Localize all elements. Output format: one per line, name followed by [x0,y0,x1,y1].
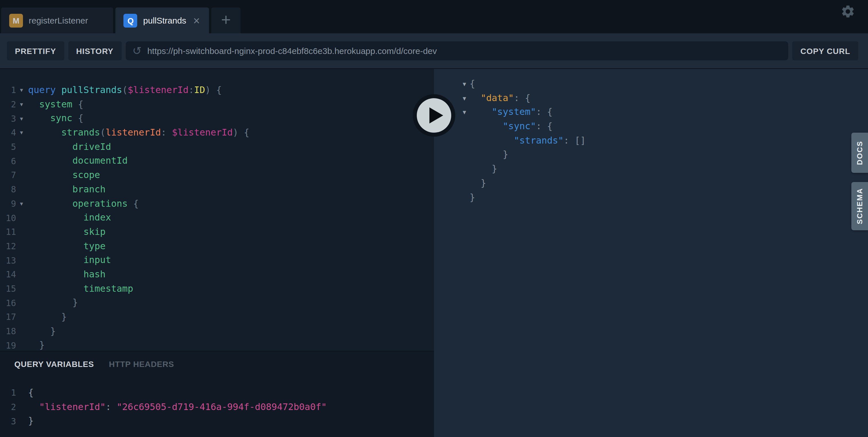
code-line: ▼ "data": { [462,91,868,105]
left-pane: 1▼query pullStrands($listenerId:ID) {2▼ … [0,69,434,437]
code-line: 11 skip [0,225,434,239]
variables-panel-tabs: QUERY VARIABLES HTTP HEADERS [0,351,434,379]
code-line: 4▼ strands(listenerId: $listenerId) { [0,126,434,140]
line-number: 11 [0,227,16,237]
line-number: 8 [0,184,16,195]
tabs: M registerListener Q pullStrands × + [1,7,243,33]
code-line: 1{ [0,386,434,400]
variables-panel: QUERY VARIABLES HTTP HEADERS 1{2 "listen… [0,351,434,437]
tab-bar: M registerListener Q pullStrands × + [0,0,868,33]
tab-pullstrands[interactable]: Q pullStrands × [116,7,209,33]
line-number: 16 [0,298,16,308]
code-line: } [462,162,868,176]
play-button-circle [417,98,451,133]
code-line: "sync": { [462,120,868,133]
line-number: 19 [0,340,16,350]
code-line: 17 } [0,310,434,324]
line-number: 6 [0,156,16,166]
line-number: 2 [0,99,16,110]
schema-tab[interactable]: SCHEMA [851,182,868,230]
line-number: 13 [0,255,16,266]
line-number: 9 [0,199,16,209]
code-line: ▼{ [462,77,868,91]
code-line: 2 "listenerId": "26c69505-d719-416a-994f… [0,400,434,414]
code-line: 18 } [0,324,434,338]
line-number: 17 [0,312,16,322]
code-line: 8 branch [0,183,434,197]
tab-registerlistener[interactable]: M registerListener [1,7,113,33]
line-number: 1 [0,85,16,96]
mutation-badge-icon: M [9,13,23,27]
code-line: "strands": [] [462,134,868,148]
graphql-playground: M registerListener Q pullStrands × + PRE… [0,0,868,437]
line-number: 10 [0,213,16,223]
code-line: 10 index [0,211,434,225]
endpoint-url-input[interactable]: ↺ https://ph-switchboard-nginx-prod-c84e… [125,41,788,60]
refresh-icon[interactable]: ↺ [132,45,142,56]
code-line: 2▼ system { [0,97,434,112]
code-line: 19 } [0,339,434,351]
tab-http-headers[interactable]: HTTP HEADERS [109,360,174,369]
history-button[interactable]: HISTORY [68,41,121,60]
line-number: 1 [0,388,16,398]
code-line: 1▼query pullStrands($listenerId:ID) { [0,83,434,97]
variables-editor-code[interactable]: 1{2 "listenerId": "26c69505-d719-416a-99… [0,386,434,428]
tab-label: registerListener [29,15,88,25]
line-number: 14 [0,270,16,280]
line-number: 5 [0,142,16,152]
line-number: 2 [0,402,16,412]
fold-arrow-icon[interactable]: ▼ [462,81,470,87]
line-number: 7 [0,170,16,181]
copy-curl-button[interactable]: COPY CURL [793,41,858,60]
response-viewer-code: ▼{▼ "data": {▼ "system": { "sync": { "st… [434,69,868,205]
fold-arrow-icon[interactable]: ▼ [462,109,470,116]
docs-tab[interactable]: DOCS [851,133,868,173]
code-line: } [462,190,868,205]
new-tab-button[interactable]: + [211,7,241,33]
schema-tab-label: SCHEMA [856,188,864,224]
fold-arrow-icon[interactable]: ▼ [462,95,470,101]
code-line: 13 input [0,253,434,268]
tab-query-variables[interactable]: QUERY VARIABLES [14,360,94,369]
line-number: 4 [0,128,16,138]
code-line: 9▼ operations { [0,197,434,211]
tab-label: pullStrands [143,15,186,25]
query-editor-code: 1▼query pullStrands($listenerId:ID) {2▼ … [0,83,434,351]
code-line: 16 } [0,296,434,310]
code-line: 5 driveId [0,140,434,154]
code-line: } [462,176,868,190]
code-line: 14 hash [0,268,434,282]
workspace: 1▼query pullStrands($listenerId:ID) {2▼ … [0,69,868,437]
code-line: 7 scope [0,168,434,182]
code-line: 15 timestamp [0,282,434,296]
endpoint-url: https://ph-switchboard-nginx-prod-c84ebf… [147,46,437,56]
plus-icon: + [221,11,231,28]
code-line: 6 documentId [0,154,434,168]
query-badge-icon: Q [124,13,137,27]
line-number: 3 [0,416,16,426]
fold-arrow-icon[interactable]: ▼ [16,116,28,121]
code-line: 3▼ sync { [0,112,434,126]
fold-arrow-icon[interactable]: ▼ [16,102,28,107]
code-line: ▼ "system": { [462,105,868,120]
line-number: 3 [0,114,16,124]
play-icon [429,107,443,123]
fold-arrow-icon[interactable]: ▼ [16,201,28,207]
gear-icon[interactable] [840,4,856,19]
line-number: 18 [0,326,16,337]
code-line: 3} [0,414,434,428]
code-line: } [462,148,868,162]
code-line: 12 type [0,239,434,253]
fold-arrow-icon[interactable]: ▼ [16,130,28,136]
docs-tab-label: DOCS [856,141,864,165]
prettify-button[interactable]: PRETTIFY [7,41,64,60]
line-number: 15 [0,284,16,294]
toolbar: PRETTIFY HISTORY ↺ https://ph-switchboar… [0,33,868,69]
fold-arrow-icon[interactable]: ▼ [16,88,28,93]
line-number: 12 [0,241,16,251]
run-query-button[interactable] [413,94,455,137]
close-icon[interactable]: × [193,14,200,26]
query-editor[interactable]: 1▼query pullStrands($listenerId:ID) {2▼ … [0,69,434,351]
response-pane: ▼{▼ "data": {▼ "system": { "sync": { "st… [434,69,868,437]
